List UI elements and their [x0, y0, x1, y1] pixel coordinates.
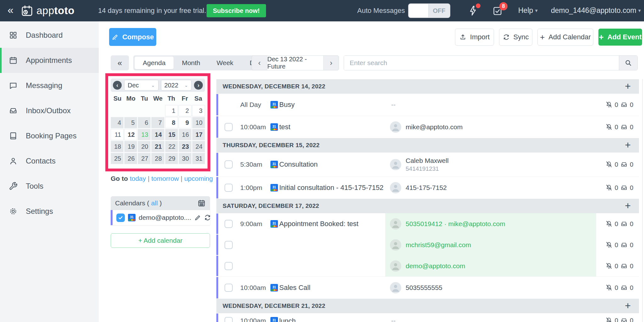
sidebar-item-contacts[interactable]: Contacts	[0, 148, 99, 174]
tab-agenda[interactable]: Agenda	[135, 57, 174, 69]
row-checkbox[interactable]	[225, 284, 233, 292]
day-cell[interactable]: 6	[138, 117, 151, 128]
day-cell[interactable]: 27	[138, 153, 151, 164]
apptoto-logo[interactable]: apptoto	[21, 4, 75, 17]
row-checkbox[interactable]	[225, 123, 233, 131]
sidebar-item-settings[interactable]: Settings	[0, 199, 99, 224]
import-button[interactable]: Import	[455, 29, 494, 46]
row-checkbox[interactable]	[225, 220, 233, 228]
sidebar-item-tools[interactable]: Tools	[0, 174, 99, 199]
day-cell[interactable]: 11	[111, 129, 124, 140]
refresh-icon[interactable]	[204, 214, 211, 221]
agenda-row[interactable]: 10:00am 31 Sales Call 5035555555 0 0	[216, 276, 639, 299]
agenda-row[interactable]: 10:00am 31 lunch -- 0 0	[216, 313, 639, 322]
sidebar-item-booking-pages[interactable]: Booking Pages	[0, 123, 99, 148]
agenda-row[interactable]: mchrist59@gmail.com 0 0	[216, 234, 639, 255]
subscribe-button[interactable]: Subscribe now!	[207, 4, 266, 17]
event-contact[interactable]: mike@apptoto.com	[390, 121, 463, 133]
sidebar-collapse-icon[interactable]: «	[8, 4, 14, 16]
tab-week[interactable]: Week	[208, 57, 242, 69]
day-cell-event[interactable]: 21	[151, 141, 164, 152]
row-checkbox[interactable]	[225, 160, 233, 169]
event-contact[interactable]: Caleb Maxwell 5414191231	[390, 157, 449, 172]
add-event-plus-icon[interactable]: +	[625, 80, 631, 92]
add-event-plus-icon[interactable]: +	[625, 200, 631, 212]
day-cell[interactable]: 5	[124, 117, 137, 128]
agenda-row[interactable]: demo@apptoto.com 0 0	[216, 255, 639, 276]
row-checkbox[interactable]	[225, 317, 233, 322]
day-cell[interactable]: 25	[111, 153, 124, 164]
day-cell[interactable]: 31	[192, 153, 205, 164]
goto-tomorrow-link[interactable]: tomorrow	[151, 175, 179, 182]
day-cell[interactable]: 30	[179, 153, 192, 164]
agenda-row[interactable]: All Day 31 Busy -- 0 0	[216, 94, 639, 116]
day-cell[interactable]: 22	[165, 141, 178, 152]
day-cell-event[interactable]: 15	[165, 129, 178, 140]
day-cell[interactable]: 4	[111, 117, 124, 128]
event-contact[interactable]: 5035555555	[390, 282, 442, 293]
day-cell-event[interactable]: 8	[165, 117, 178, 128]
sidebar-item-dashboard[interactable]: Dashboard	[0, 23, 99, 48]
agenda-row[interactable]: 9:00am 31 Appointment Booked: test 50350…	[216, 213, 639, 234]
agenda-row[interactable]: 10:00am 31 test mike@apptoto.com 0 0	[216, 116, 639, 138]
day-cell[interactable]: 3	[192, 105, 205, 116]
goto-upcoming-link[interactable]: upcoming	[184, 175, 213, 182]
next-month-button[interactable]: ›	[194, 81, 203, 90]
event-contact[interactable]: demo@apptoto.com	[390, 260, 465, 272]
day-cell[interactable]: 18	[111, 141, 124, 152]
row-checkbox[interactable]	[225, 262, 233, 270]
prev-month-button[interactable]: ‹	[113, 81, 122, 90]
day-cell-event[interactable]: 23	[179, 141, 192, 152]
add-event-plus-icon[interactable]: +	[625, 139, 631, 151]
help-menu[interactable]: Help ▾	[518, 6, 538, 15]
goto-today-link[interactable]: today	[130, 175, 146, 182]
compose-button[interactable]: Compose	[109, 28, 156, 46]
day-cell[interactable]: 28	[151, 153, 164, 164]
add-calendar-secondary-button[interactable]: + Add calendar	[111, 233, 210, 248]
day-cell[interactable]: 24	[192, 141, 205, 152]
day-cell[interactable]: 26	[124, 153, 137, 164]
calendar-checkbox[interactable]	[116, 214, 125, 222]
add-event-plus-icon[interactable]: +	[625, 300, 631, 312]
day-cell[interactable]: 16	[179, 129, 192, 140]
year-select[interactable]: 2022⌄	[161, 80, 192, 91]
event-contact[interactable]: 5035019412 · mike@apptoto.com	[390, 218, 505, 230]
sync-button[interactable]: Sync	[499, 29, 532, 46]
day-cell[interactable]: 1	[165, 105, 178, 116]
event-contact[interactable]: 415-175-7152	[390, 182, 447, 193]
day-cell[interactable]: 19	[124, 141, 137, 152]
day-cell-event[interactable]: 14	[151, 129, 164, 140]
day-cell[interactable]: 2	[179, 105, 192, 116]
agenda-row[interactable]: 1:00pm 31 Initial consultation - 415-175…	[216, 176, 639, 199]
sidebar-item-inbox-outbox[interactable]: Inbox/Outbox	[0, 98, 99, 123]
date-range-label[interactable]: Dec 13 2022 - Future	[267, 56, 324, 70]
search-input[interactable]	[344, 56, 619, 70]
day-cell-event[interactable]: 17	[192, 129, 205, 140]
search-button[interactable]	[619, 56, 637, 70]
sidebar-item-appointments[interactable]: Appointments	[0, 48, 99, 73]
account-menu[interactable]: demo_1446@apptoto.com ▾	[551, 6, 641, 15]
day-cell-today[interactable]: 13	[138, 129, 151, 140]
day-cell[interactable]: 10	[192, 117, 205, 128]
add-calendar-button[interactable]: + Add Calendar	[537, 29, 593, 46]
day-cell-event[interactable]: 12	[124, 129, 137, 140]
row-checkbox[interactable]	[225, 184, 233, 192]
agenda-row[interactable]: 5:30am 31 Consultation Caleb Maxwell 541…	[216, 153, 639, 176]
auto-messages-toggle[interactable]: OFF	[409, 4, 450, 17]
next-range-button[interactable]: ›	[324, 56, 339, 70]
edit-pencil-icon[interactable]	[194, 214, 201, 221]
add-event-button[interactable]: + Add Event	[598, 29, 642, 46]
tab-month[interactable]: Month	[174, 57, 208, 69]
sidebar-item-messaging[interactable]: Messaging	[0, 73, 99, 98]
agenda-scrollbar-track[interactable]	[642, 79, 643, 322]
day-cell[interactable]: 7	[151, 117, 164, 128]
day-cell[interactable]: 29	[165, 153, 178, 164]
day-cell-event[interactable]: 9	[179, 117, 192, 128]
prev-range-button[interactable]: ‹	[252, 56, 267, 70]
event-contact[interactable]: mchrist59@gmail.com	[390, 239, 471, 251]
row-checkbox[interactable]	[225, 241, 233, 249]
month-select[interactable]: Dec⌄	[124, 80, 158, 91]
collapse-panel-button[interactable]: «	[111, 55, 129, 70]
calendars-all-link[interactable]: all	[151, 199, 158, 207]
calendar-list-item[interactable]: 31 demo@apptoto....	[111, 210, 210, 225]
